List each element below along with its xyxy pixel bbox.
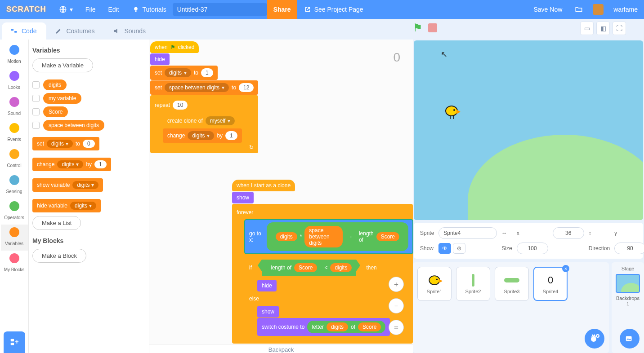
sprite-card-3[interactable]: Sprite3: [495, 267, 529, 301]
var-checkbox[interactable]: [32, 108, 40, 115]
stage[interactable]: ↖: [414, 40, 643, 220]
direction-input[interactable]: [614, 243, 644, 254]
var-reporter[interactable]: Score: [43, 106, 68, 117]
delete-sprite-icon[interactable]: ×: [562, 265, 569, 272]
cat-motion[interactable]: Motion: [1, 42, 28, 68]
stage-large-button[interactable]: ◧: [596, 22, 610, 35]
show-button[interactable]: 👁: [438, 243, 451, 254]
cat-myblocks[interactable]: My Blocks: [1, 251, 28, 277]
zoom-in-button[interactable]: ＋: [389, 277, 404, 292]
script-1[interactable]: when ⚑ clicked hide setdigitsto1 setspac…: [150, 41, 258, 153]
add-backdrop-button[interactable]: [620, 329, 640, 349]
var-checkbox[interactable]: [32, 81, 40, 88]
make-list-button[interactable]: Make a List: [32, 216, 81, 230]
tab-sounds[interactable]: Sounds: [105, 22, 156, 40]
op-less-than[interactable]: length ofScore < digits: [262, 260, 356, 276]
script-workspace[interactable]: 0 when ⚑ clicked hide setdigitsto1 setsp…: [149, 40, 413, 353]
file-menu[interactable]: File: [79, 0, 102, 19]
block-when-start-clone[interactable]: when I start as a clone: [232, 180, 295, 191]
tutorials-menu[interactable]: Tutorials: [125, 0, 173, 19]
block-set-var[interactable]: set digits to 0: [32, 137, 99, 150]
block-palette: Variables Make a Variable digits my vari…: [29, 40, 149, 353]
project-title-input[interactable]: [173, 3, 267, 16]
sprite-card-1[interactable]: Sprite1: [417, 267, 452, 301]
sprite-card-4[interactable]: × 0 Sprite4: [533, 267, 568, 301]
op-length-of[interactable]: length ofScore: [354, 229, 404, 245]
cat-events[interactable]: Events: [1, 120, 28, 146]
direction-label: Direction: [589, 245, 610, 252]
x-input[interactable]: [553, 227, 584, 239]
cat-looks[interactable]: Looks: [1, 68, 28, 94]
op-letter-of[interactable]: letter digits of Score: [307, 321, 385, 333]
make-block-button[interactable]: Make a Block: [32, 249, 86, 263]
account-menu[interactable]: warfame: [607, 6, 644, 13]
scratch-logo[interactable]: SCRATCH: [6, 5, 46, 14]
add-sprite-button[interactable]: [585, 329, 604, 349]
external-icon: [304, 5, 312, 13]
stage-sprite-chick[interactable]: [445, 106, 458, 116]
share-button[interactable]: Share: [267, 0, 297, 19]
my-stuff[interactable]: [568, 5, 589, 13]
language-menu[interactable]: ▾: [53, 0, 79, 19]
block-when-flag-clicked[interactable]: when ⚑ clicked: [150, 41, 199, 53]
block-set-digits[interactable]: setdigitsto1: [150, 66, 218, 80]
var-reporter[interactable]: my variable: [43, 93, 81, 104]
user-avatar[interactable]: [593, 4, 604, 15]
cat-sound[interactable]: Sound: [1, 94, 28, 120]
block-switch-costume[interactable]: switch costume to letter digits of Score: [257, 318, 390, 336]
see-project-page[interactable]: See Project Page: [297, 0, 370, 19]
block-hide[interactable]: hide: [150, 53, 170, 65]
block-hide2[interactable]: hide: [257, 280, 277, 291]
block-show[interactable]: show: [232, 192, 254, 203]
cat-control[interactable]: Control: [1, 146, 28, 172]
block-forever[interactable]: forever go to x: digits * space between …: [232, 204, 413, 344]
block-repeat[interactable]: repeat10 create clone ofmyself changedig…: [150, 95, 258, 153]
stage-full-button[interactable]: ⛶: [613, 22, 626, 35]
add-extension-button[interactable]: [4, 331, 25, 353]
main-area: Motion Looks Sound Events Control Sensin…: [0, 40, 644, 353]
save-now[interactable]: Save Now: [528, 6, 569, 13]
var-checkbox[interactable]: [32, 95, 40, 102]
cat-operators[interactable]: Operators: [1, 199, 28, 225]
brush-icon: [54, 27, 63, 35]
block-hide-var[interactable]: hide variable digits: [32, 199, 101, 212]
block-change-var[interactable]: change digits by 1: [32, 158, 111, 171]
sprite-thumb: 0: [542, 274, 559, 287]
zoom-out-button[interactable]: －: [389, 298, 404, 313]
var-reporter[interactable]: digits: [43, 79, 67, 90]
block-goto-x[interactable]: go to x: digits * space between digits -…: [245, 220, 413, 254]
cat-sensing[interactable]: Sensing: [1, 172, 28, 199]
var-checkbox[interactable]: [32, 122, 40, 129]
block-create-clone[interactable]: create clone ofmyself: [163, 114, 239, 128]
backdrops-count: 1: [626, 301, 629, 306]
stop-icon[interactable]: [428, 23, 437, 32]
op-multiply[interactable]: digits * space between digits: [271, 224, 347, 249]
loop-arrow-icon: ↻: [249, 144, 254, 150]
xy-icon: ↔: [501, 230, 512, 236]
block-show2[interactable]: show: [257, 306, 279, 318]
zoom-reset-button[interactable]: ＝: [389, 320, 404, 335]
backdrop-thumb[interactable]: [616, 274, 640, 293]
hide-button[interactable]: ⊘: [453, 243, 465, 254]
zoom-controls: ＋ － ＝: [389, 277, 404, 335]
block-show-var[interactable]: show variable digits: [32, 178, 103, 192]
block-if-else[interactable]: if length ofScore < digits then hide: [245, 254, 413, 340]
tab-code[interactable]: Code: [2, 22, 46, 40]
op-subtract[interactable]: digits * space between digits - length o…: [267, 222, 408, 251]
make-variable-button[interactable]: Make a Variable: [32, 58, 93, 72]
folder-icon: [575, 5, 583, 13]
block-change-digits[interactable]: changedigitsby1: [163, 128, 242, 143]
sprite-name-input[interactable]: [438, 227, 497, 239]
var-reporter[interactable]: space between digits: [43, 120, 104, 131]
cat-variables[interactable]: Variables: [1, 225, 28, 251]
script-2[interactable]: when I start as a clone show forever go …: [232, 180, 413, 344]
size-input[interactable]: [517, 243, 548, 254]
edit-menu[interactable]: Edit: [102, 0, 125, 19]
stage-small-button[interactable]: ▭: [580, 22, 594, 35]
sprite-card-2[interactable]: Sprite2: [456, 267, 490, 301]
svg-rect-3: [11, 29, 13, 31]
green-flag-icon[interactable]: ⚑: [413, 22, 423, 34]
tab-costumes[interactable]: Costumes: [46, 22, 104, 40]
backpack[interactable]: Backpack: [149, 344, 413, 353]
block-set-space[interactable]: setspace between digitsto12: [150, 80, 258, 95]
